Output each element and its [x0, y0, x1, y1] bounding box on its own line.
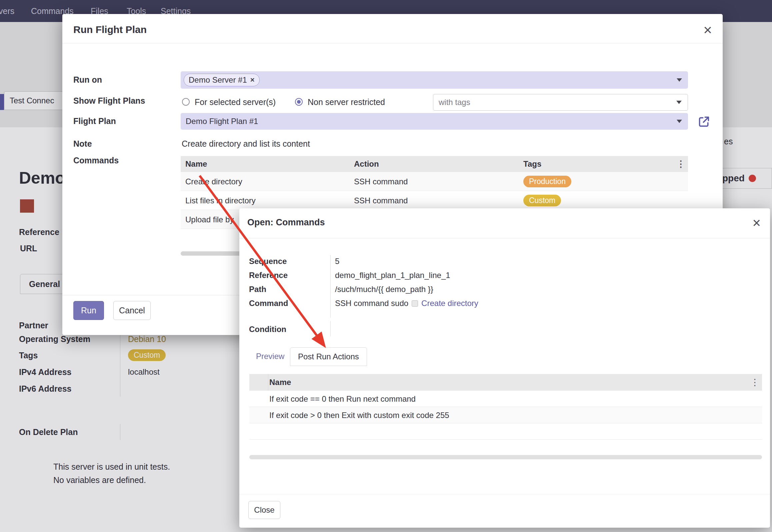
label-condition: Condition	[249, 325, 286, 334]
table-row-empty[interactable]	[249, 423, 762, 440]
open-commands-dialog: Open: Commands × Sequence Reference Path…	[239, 208, 770, 528]
dialog-header: Open: Commands ×	[239, 208, 770, 238]
row-name: Upload file by	[185, 210, 234, 229]
row-action: SSH command	[354, 172, 408, 191]
value-sequence: 5	[335, 257, 339, 266]
label-path: Path	[249, 285, 266, 294]
header-action[interactable]: Action	[354, 156, 379, 172]
chevron-down-icon[interactable]	[677, 78, 682, 82]
dialog-footer: Close	[239, 494, 770, 528]
row-action: SSH command	[354, 191, 408, 210]
chevron-down-icon[interactable]	[676, 101, 682, 104]
chip-remove-icon[interactable]: ×	[250, 76, 255, 84]
column-divider	[268, 374, 268, 391]
label-show-flight-plans: Show Flight Plans	[73, 96, 145, 106]
value-command: SSH command sudoCreate directory	[335, 299, 478, 308]
table-row[interactable]: Create directory SSH command Production	[181, 172, 688, 191]
dialog-title: Run Flight Plan	[73, 24, 147, 35]
label-run-on: Run on	[73, 75, 102, 85]
close-button[interactable]: Close	[248, 501, 280, 519]
value-reference: demo_flight_plan_1_plan_line_1	[335, 271, 450, 280]
tag-badge-custom[interactable]: Custom	[523, 195, 561, 206]
dialog-header: Run Flight Plan ×	[62, 14, 723, 43]
tab-post-run-actions[interactable]: Post Run Actions	[290, 347, 367, 366]
table-row[interactable]: If exit code == 0 then Run next command	[249, 391, 762, 407]
radio-non-server-restricted-label[interactable]: Non server restricted	[308, 97, 385, 107]
tab-preview[interactable]: Preview	[256, 352, 284, 361]
row-name: If exit code > 0 then Exit with custom e…	[269, 407, 449, 423]
row-tags: Custom	[523, 191, 561, 210]
close-icon[interactable]: ×	[703, 23, 712, 37]
label-reference: Reference	[249, 271, 288, 280]
run-on-field[interactable]: Demo Server #1 ×	[181, 71, 688, 89]
flight-plan-value: Demo Flight Plan #1	[186, 113, 258, 130]
with-tags-select[interactable]: with tags	[433, 94, 688, 111]
row-name: Create directory	[185, 172, 242, 191]
run-button[interactable]: Run	[73, 301, 104, 320]
field-divider	[330, 255, 331, 318]
tag-badge-production[interactable]: Production	[523, 176, 571, 187]
table-row[interactable]: If exit code > 0 then Exit with custom e…	[249, 407, 762, 423]
radio-non-server-restricted[interactable]	[295, 98, 303, 106]
horizontal-scrollbar[interactable]	[249, 455, 762, 459]
kebab-menu-icon[interactable]: ⋮	[750, 374, 759, 391]
label-sequence: Sequence	[249, 257, 287, 266]
cancel-button[interactable]: Cancel	[113, 301, 151, 320]
label-commands: Commands	[73, 156, 119, 165]
radio-selected-servers[interactable]	[182, 98, 190, 106]
with-tags-placeholder: with tags	[439, 98, 470, 107]
radio-selected-servers-label[interactable]: For selected server(s)	[195, 97, 276, 107]
header-name[interactable]: Name	[185, 156, 207, 172]
create-directory-link[interactable]: Create directory	[421, 299, 478, 308]
command-text: SSH command sudo	[335, 299, 408, 308]
server-chip[interactable]: Demo Server #1 ×	[184, 74, 260, 86]
table-row[interactable]: List files in directory SSH command Cust…	[181, 191, 688, 210]
external-link-icon[interactable]	[697, 115, 711, 128]
note-value: Create directory and list its content	[182, 139, 310, 149]
chevron-down-icon[interactable]	[677, 120, 682, 123]
sudo-checkbox[interactable]	[412, 300, 418, 307]
value-path: /such/much/{{ demo_path }}	[335, 285, 433, 294]
commands-table-header: Name Action Tags ⋮	[181, 156, 688, 172]
row-tags: Production	[523, 172, 571, 191]
label-flight-plan: Flight Plan	[73, 116, 116, 126]
header-tags[interactable]: Tags	[523, 156, 541, 172]
kebab-menu-icon[interactable]: ⋮	[676, 156, 685, 172]
label-note: Note	[73, 139, 92, 149]
field-divider	[330, 321, 331, 336]
close-icon[interactable]: ×	[752, 216, 761, 230]
table-header: Name ⋮	[249, 374, 762, 391]
server-chip-label: Demo Server #1	[189, 75, 247, 85]
label-command: Command	[249, 299, 288, 308]
row-name: List files in directory	[185, 191, 256, 210]
row-name: If exit code == 0 then Run next command	[269, 391, 416, 407]
post-run-actions-table: Name ⋮ If exit code == 0 then Run next c…	[249, 374, 762, 440]
screen: vers Commands Files Tools Settings Test …	[0, 0, 772, 532]
dialog-title: Open: Commands	[247, 217, 325, 228]
flight-plan-select[interactable]: Demo Flight Plan #1	[181, 113, 688, 130]
header-name[interactable]: Name	[269, 374, 291, 391]
